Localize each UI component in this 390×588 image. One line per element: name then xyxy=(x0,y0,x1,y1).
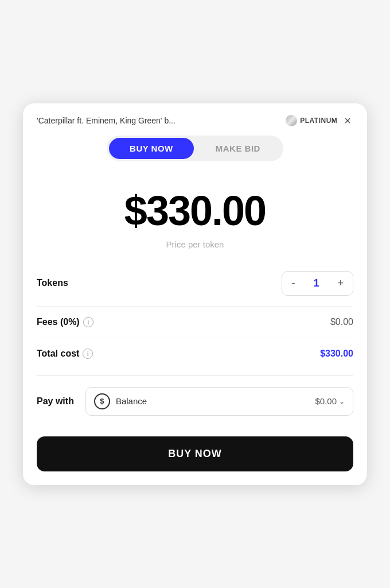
total-info-icon[interactable]: i xyxy=(83,349,93,359)
total-label: Total cost i xyxy=(37,349,93,359)
info-rows: Tokens - 1 + Fees (0%) i $0.00 Total cos… xyxy=(23,255,367,375)
fees-label: Fees (0%) i xyxy=(37,317,93,327)
platinum-text: PLATINUM xyxy=(300,117,337,125)
chevron-down-icon: ⌄ xyxy=(339,397,345,405)
tab-buy-now[interactable]: BUY NOW xyxy=(109,138,194,159)
modal-header: 'Caterpillar ft. Eminem, King Green' b..… xyxy=(23,103,367,136)
total-row: Total cost i $330.00 xyxy=(37,338,353,369)
pay-with-label: Pay with xyxy=(37,396,74,407)
platinum-icon xyxy=(286,115,297,126)
platinum-badge: PLATINUM xyxy=(286,115,337,126)
tokens-row: Tokens - 1 + xyxy=(37,261,353,307)
price-section: $330.00 Price per token xyxy=(23,173,367,255)
balance-icon: $ xyxy=(94,393,110,409)
tab-make-bid[interactable]: MAKE BID xyxy=(195,138,281,159)
close-button[interactable]: × xyxy=(342,115,353,126)
token-stepper: - 1 + xyxy=(282,271,353,296)
token-value: 1 xyxy=(304,272,328,295)
price-amount: $330.00 xyxy=(37,190,353,231)
total-value: $330.00 xyxy=(320,349,353,359)
tab-group: BUY NOW MAKE BID xyxy=(107,136,283,161)
decrement-button[interactable]: - xyxy=(282,272,304,294)
page-background: 'Caterpillar ft. Eminem, King Green' b..… xyxy=(0,0,390,588)
fees-label-text: Fees (0%) xyxy=(37,317,80,327)
header-right: PLATINUM × xyxy=(286,115,353,126)
tab-row: BUY NOW MAKE BID xyxy=(23,136,367,173)
balance-selector[interactable]: $ Balance $0.00 ⌄ xyxy=(85,387,353,416)
fees-value: $0.00 xyxy=(330,317,353,327)
increment-button[interactable]: + xyxy=(328,272,353,294)
modal: 'Caterpillar ft. Eminem, King Green' b..… xyxy=(23,103,367,485)
modal-title: 'Caterpillar ft. Eminem, King Green' b..… xyxy=(37,116,176,125)
tokens-label: Tokens xyxy=(37,278,68,288)
buy-now-footer: BUY NOW xyxy=(23,427,367,485)
fees-info-icon[interactable]: i xyxy=(83,317,93,327)
balance-right: $0.00 ⌄ xyxy=(315,396,345,406)
balance-text: Balance xyxy=(116,396,147,406)
pay-with-row: Pay with $ Balance $0.00 ⌄ xyxy=(23,376,367,427)
balance-left: $ Balance xyxy=(94,393,147,409)
fees-row: Fees (0%) i $0.00 xyxy=(37,307,353,338)
balance-value: $0.00 xyxy=(315,396,337,406)
price-label: Price per token xyxy=(37,239,353,249)
buy-now-button[interactable]: BUY NOW xyxy=(37,436,353,471)
total-label-text: Total cost xyxy=(37,349,79,359)
